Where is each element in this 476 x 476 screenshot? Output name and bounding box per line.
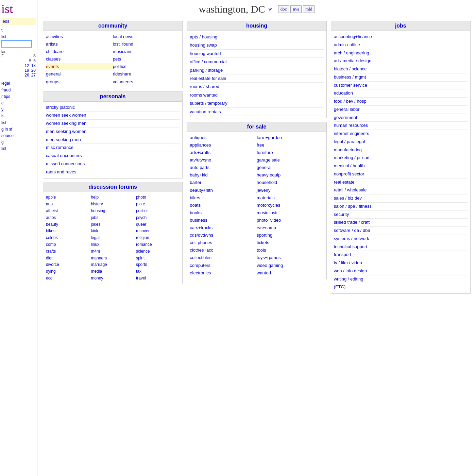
forsale-cars-trucks[interactable]: cars+trucks [190,224,257,232]
forum-manners[interactable]: manners [91,255,134,262]
forum-religion[interactable]: religion [136,235,180,241]
forum-eco[interactable]: eco [46,275,89,282]
personals-missed-connections[interactable]: missed connections [46,160,180,168]
forsale-garage-sale[interactable]: garage sale [257,156,324,164]
personals-women-seek-women[interactable]: women seek women [46,112,180,120]
community-pets[interactable]: pets [113,55,180,63]
forum-recover[interactable]: recover [136,228,180,235]
jobs-skilled-trade[interactable]: skilled trade / craft [334,219,468,227]
forsale-bikes[interactable]: bikes [190,194,257,202]
forum-crafts[interactable]: crafts [46,248,89,255]
forsale-barter[interactable]: barter [190,179,257,186]
search-input[interactable] [1,40,32,48]
forum-jokes[interactable]: jokes [91,221,134,228]
community-volunteers[interactable]: volunteers [113,78,180,86]
sidebar-link-list2[interactable]: list [1,120,36,126]
community-local-news[interactable]: local news [113,33,180,40]
forsale-music-instr[interactable]: music instr [257,209,324,217]
jobs-sales[interactable]: sales / biz dev [334,194,468,203]
community-lost-found[interactable]: lost+found [113,40,180,48]
cal-date-12[interactable]: 12 [24,63,29,68]
housing-wanted[interactable]: housing wanted [190,50,323,58]
sidebar-link-is[interactable]: is [1,113,36,119]
jobs-accounting[interactable]: accounting+finance [334,33,468,41]
forsale-cell-phones[interactable]: cell phones [190,239,257,247]
forsale-general[interactable]: general [257,164,324,171]
forsale-motorcycles[interactable]: motorcycles [257,202,324,209]
jobs-systems[interactable]: systems / network [334,235,468,243]
forsale-arts-crafts[interactable]: arts+crafts [190,149,257,156]
jobs-marketing[interactable]: marketing / pr / ad [334,154,468,162]
personals-men-seeking-women[interactable]: men seeking women [46,128,180,136]
forsale-household[interactable]: household [257,179,324,186]
housing-parking[interactable]: parking / storage [190,66,323,74]
jobs-salon[interactable]: salon / spa / fitness [334,203,468,211]
forum-sports[interactable]: sports [136,261,180,268]
jobs-web[interactable]: web / info design [334,267,468,275]
forum-photo[interactable]: photo [136,194,180,201]
sidebar-link-g2[interactable]: g [1,139,36,146]
community-politics[interactable]: politics [113,63,180,70]
housing-rooms-shared[interactable]: rooms / shared [190,83,323,91]
forsale-atv[interactable]: atv/utv/sno [190,156,257,164]
forum-politics[interactable]: politics [136,208,180,215]
jobs-technical-support[interactable]: technical support [334,243,468,251]
jobs-customer-service[interactable]: customer service [334,82,468,90]
sidebar-link-y[interactable]: y [1,106,36,113]
cal-date-26[interactable]: 26 [24,73,29,78]
jobs-security[interactable]: security [334,211,468,219]
forum-legal[interactable]: legal [91,235,134,241]
jobs-food[interactable]: food / bev / hosp [334,98,468,106]
forsale-computers[interactable]: computers [190,262,257,269]
forum-science[interactable]: science [136,248,180,255]
forum-marriage[interactable]: marriage [91,261,134,268]
forum-apple[interactable]: apple [46,194,89,201]
jobs-writing[interactable]: writing / editing [334,275,468,284]
personals-strictly-platonic[interactable]: strictly platonic [46,104,180,112]
forum-tax[interactable]: tax [136,268,180,275]
jobs-manufacturing[interactable]: manufacturing [334,146,468,154]
sidebar-link-fraud[interactable]: fraud [1,87,36,94]
forum-history[interactable]: history [91,201,134,208]
forsale-wanted[interactable]: wanted [257,269,324,277]
jobs-real-estate[interactable]: real estate [334,178,468,187]
forum-jobs[interactable]: jobs [91,215,134,221]
jobs-nonprofit[interactable]: nonprofit sector [334,170,468,178]
forum-celebs[interactable]: celebs [46,235,89,241]
forum-housing[interactable]: housing [91,208,134,215]
forum-queer[interactable]: queer [136,221,180,228]
forsale-boats[interactable]: boats [190,202,257,209]
forsale-tickets[interactable]: tickets [257,239,324,247]
jobs-internet-engineers[interactable]: internet engineers [334,130,468,138]
jobs-software[interactable]: software / qa / dba [334,227,468,235]
forum-help[interactable]: help [91,194,134,201]
jobs-medical[interactable]: medical / health [334,162,468,170]
forsale-materials[interactable]: materials [257,194,324,202]
forum-m4m[interactable]: m4m [91,248,134,255]
housing-vacation[interactable]: vacation rentals [190,108,323,116]
housing-office-commercial[interactable]: office / commercial [190,58,323,66]
jobs-arch[interactable]: arch / engineering [334,49,468,57]
forsale-appliances[interactable]: appliances [190,141,257,149]
housing-swap[interactable]: housing swap [190,41,323,49]
jobs-transport[interactable]: transport [334,251,468,259]
community-activities[interactable]: activities [46,33,113,40]
forum-spirit[interactable]: spirit [136,255,180,262]
forsale-photo-video[interactable]: photo+video [257,217,324,224]
housing-sublets[interactable]: sublets / temporary [190,99,323,107]
personals-women-seeking-men[interactable]: women seeking men [46,120,180,128]
forum-arts[interactable]: arts [46,201,89,208]
cal-date-5[interactable]: 5 [29,58,32,63]
forsale-clothes[interactable]: clothes+acc [190,247,257,254]
forsale-toys-games[interactable]: toys+games [257,254,324,261]
forsale-auto-parts[interactable]: auto parts [190,164,257,171]
cal-date-19[interactable]: 19 [24,68,29,73]
jobs-education[interactable]: education [334,89,468,98]
jobs-legal[interactable]: legal / paralegal [334,138,468,146]
forum-linux[interactable]: linux [91,241,134,248]
community-childcare[interactable]: childcare [46,48,113,55]
sidebar-link-list3[interactable]: list [1,146,36,152]
forum-diet[interactable]: diet [46,255,89,262]
housing-rooms-wanted[interactable]: rooms wanted [190,91,323,99]
forum-beauty[interactable]: beauty [46,221,89,228]
